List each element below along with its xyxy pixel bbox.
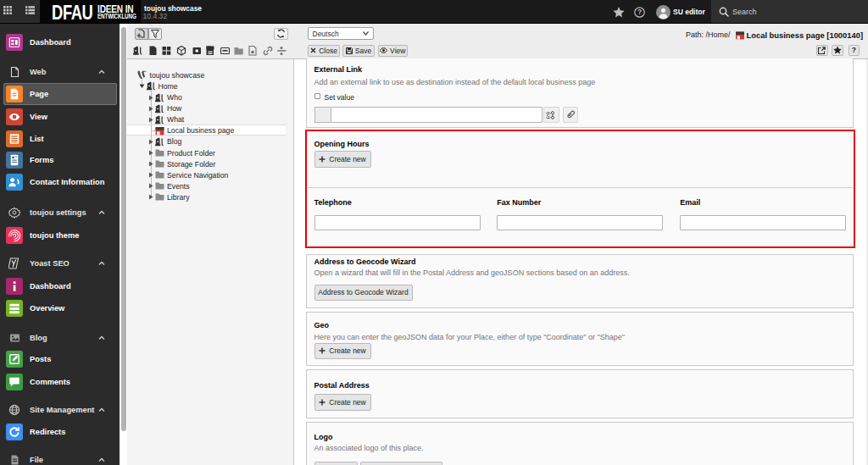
- svg-text:?: ?: [637, 8, 641, 16]
